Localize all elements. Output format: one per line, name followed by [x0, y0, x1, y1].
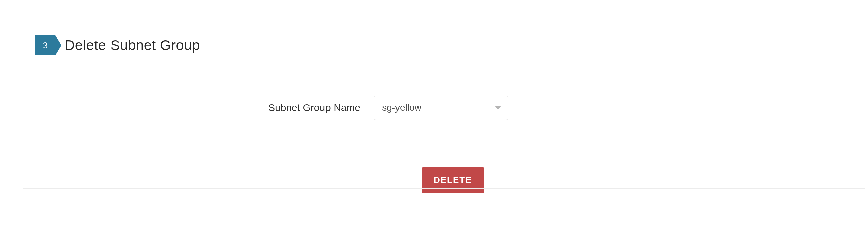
form-row-subnet-group-name: Subnet Group Name sg-yellow — [35, 96, 833, 120]
step-number-badge: 3 — [35, 35, 55, 55]
form-section: Subnet Group Name sg-yellow DELETE — [35, 55, 833, 193]
subnet-group-name-select[interactable]: sg-yellow — [374, 96, 508, 120]
step-title: Delete Subnet Group — [65, 37, 200, 53]
button-row: DELETE — [35, 120, 833, 193]
subnet-group-name-label: Subnet Group Name — [268, 102, 360, 113]
section-divider — [24, 188, 865, 189]
page-container: 3 Delete Subnet Group Subnet Group Name … — [0, 0, 868, 193]
step-header: 3 Delete Subnet Group — [0, 0, 868, 55]
subnet-group-name-value: sg-yellow — [382, 102, 421, 113]
delete-button[interactable]: DELETE — [422, 167, 484, 193]
step-number: 3 — [43, 40, 48, 51]
chevron-down-icon — [495, 106, 501, 110]
